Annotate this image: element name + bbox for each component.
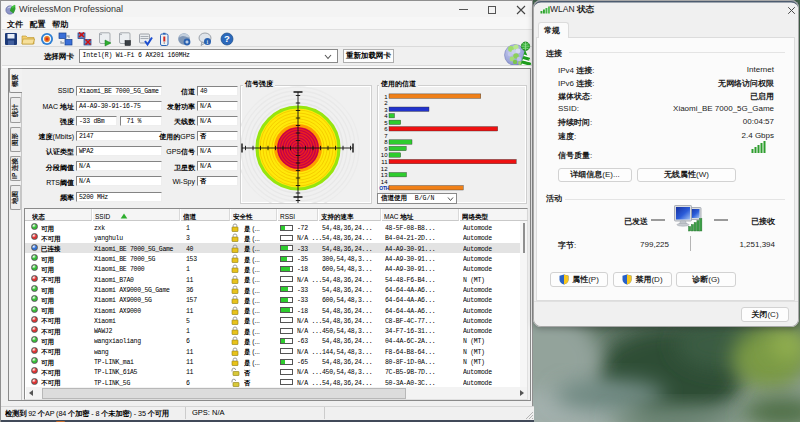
svg-text:7: 7 (384, 133, 388, 139)
svg-text:12: 12 (381, 166, 388, 172)
svg-text:5: 5 (384, 120, 388, 126)
svg-text:11: 11 (381, 159, 388, 165)
svg-text:13: 13 (381, 172, 388, 178)
svg-text:6: 6 (384, 126, 388, 132)
svg-text:8: 8 (384, 139, 388, 145)
svg-text:?: ? (224, 33, 230, 44)
svg-text:1: 1 (384, 94, 388, 100)
svg-text:2: 2 (384, 100, 388, 106)
svg-text:i: i (207, 38, 209, 45)
svg-text:14: 14 (381, 179, 388, 185)
svg-text:9: 9 (384, 146, 388, 152)
svg-text:3: 3 (384, 107, 388, 113)
svg-text:4: 4 (384, 113, 388, 119)
svg-text:10: 10 (381, 152, 388, 158)
svg-text:OTH: OTH (379, 185, 389, 191)
